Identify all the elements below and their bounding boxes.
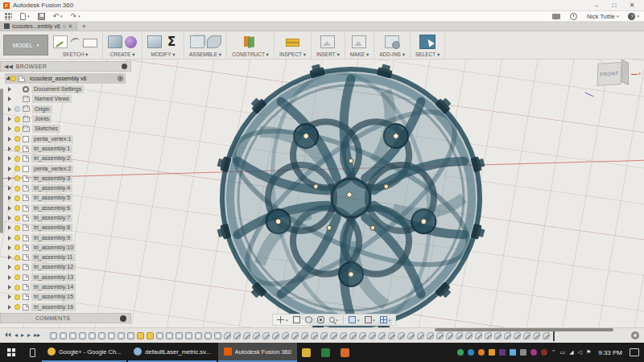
- tree-item-tri-assembly-6[interactable]: tri_assembly:6: [0, 204, 131, 213]
- visibility-bulb-icon[interactable]: [14, 156, 20, 162]
- workspace-selector[interactable]: MODEL ▾: [3, 35, 48, 56]
- timeline-joint-icon[interactable]: [330, 332, 337, 339]
- collapse-panel-icon[interactable]: ◀◀: [4, 64, 13, 70]
- tree-item-tri-assembly-9[interactable]: tri_assembly:9: [0, 232, 131, 242]
- tree-item-tri-assembly-10[interactable]: tri_assembly:10: [0, 243, 131, 253]
- timeline-joint-icon[interactable]: [456, 332, 463, 339]
- undo-button[interactable]: ↶▾: [53, 13, 63, 20]
- tab-close-icon[interactable]: ✕: [68, 23, 73, 30]
- ribbon-group-label[interactable]: CONSTRUCT ▾: [232, 51, 269, 58]
- tree-item-penta-vertex-2[interactable]: penta_vertex:2: [0, 163, 131, 173]
- expand-arrow-icon[interactable]: [8, 265, 11, 269]
- expand-arrow-icon[interactable]: [8, 137, 11, 142]
- save-button[interactable]: [38, 13, 45, 20]
- expand-arrow-icon[interactable]: [8, 285, 11, 290]
- press-pull-icon[interactable]: [147, 35, 162, 48]
- visibility-bulb-icon[interactable]: [14, 186, 20, 191]
- timeline-joint-icon[interactable]: [253, 332, 260, 339]
- timeline-component-icon[interactable]: [195, 332, 202, 339]
- timeline-component-icon[interactable]: [118, 332, 125, 339]
- timeline-joint-icon[interactable]: [359, 332, 366, 339]
- view-cube[interactable]: Front FRONT x: [586, 60, 634, 98]
- ribbon-group-label[interactable]: INSERT ▾: [316, 51, 340, 58]
- app-grid-button[interactable]: [5, 13, 12, 20]
- close-button[interactable]: ✕: [623, 2, 641, 9]
- timeline-joint-icon[interactable]: [291, 332, 299, 339]
- file-menu-button[interactable]: ▾: [20, 13, 30, 20]
- tray-app-4[interactable]: [489, 349, 495, 356]
- new-component-icon[interactable]: [190, 35, 204, 48]
- timeline-joint-icon[interactable]: [427, 332, 434, 339]
- insert-image-icon[interactable]: [320, 35, 335, 48]
- timeline-joint-icon[interactable]: [494, 332, 502, 339]
- timeline-component-icon[interactable]: [166, 332, 173, 339]
- visibility-bulb-icon[interactable]: [14, 106, 20, 112]
- fit-button[interactable]: [291, 315, 302, 325]
- timeline-joint-icon[interactable]: [398, 332, 405, 339]
- ribbon-group-label[interactable]: MODIFY ▾: [151, 51, 175, 58]
- timeline-feature-highlighted-icon[interactable]: [137, 332, 144, 339]
- maximize-button[interactable]: □: [605, 2, 623, 9]
- comments-panel-header[interactable]: COMMENTS: [0, 313, 131, 323]
- timeline-joint-icon[interactable]: [243, 332, 250, 339]
- timeline-joint-icon[interactable]: [272, 332, 279, 339]
- timeline-component-icon[interactable]: [79, 332, 86, 339]
- addins-icon[interactable]: [385, 35, 399, 48]
- timeline-position-marker[interactable]: [553, 331, 555, 341]
- skip-to-end-button[interactable]: ▸▸: [34, 330, 40, 341]
- user-menu[interactable]: Nick Tuttle▾: [587, 13, 619, 20]
- timeline-joint-icon[interactable]: [224, 332, 231, 339]
- job-status-button[interactable]: [570, 13, 577, 20]
- tree-item-sketches[interactable]: Sketches: [0, 124, 131, 134]
- expand-arrow-icon[interactable]: [8, 176, 11, 181]
- expand-arrow-icon[interactable]: [8, 186, 11, 191]
- viewport-canvas[interactable]: Front FRONT x ◀◀ BROWSER icosotest_assem…: [0, 60, 644, 327]
- expand-arrow-icon[interactable]: [8, 146, 11, 151]
- visibility-bulb-icon[interactable]: [14, 274, 20, 280]
- skip-to-start-button[interactable]: ⏴⏴: [5, 330, 11, 341]
- tree-item-tri-assembly-11[interactable]: tri_assembly:11: [0, 253, 131, 262]
- play-button[interactable]: ▸: [21, 330, 24, 341]
- visibility-bulb-icon[interactable]: [14, 126, 20, 132]
- tree-item-tri-assembly-2[interactable]: tri_assembly:2: [0, 154, 131, 163]
- icosahedron-assembly-model[interactable]: [208, 61, 494, 327]
- browser-root-component[interactable]: icosotest_assembly v6: [5, 73, 126, 84]
- new-document-button[interactable]: +: [77, 22, 90, 31]
- browser-options-icon[interactable]: [122, 64, 127, 69]
- ribbon-group-label[interactable]: SELECT ▾: [415, 51, 440, 58]
- tree-item-tri-assembly-1[interactable]: tri_assembly:1: [0, 144, 131, 154]
- expand-arrow-icon[interactable]: [8, 275, 11, 280]
- timeline-joint-icon[interactable]: [485, 332, 492, 339]
- visibility-bulb-icon[interactable]: [14, 216, 20, 221]
- tree-item-origin[interactable]: Origin: [0, 105, 131, 114]
- hidden-icons-chevron[interactable]: ⌃: [551, 349, 556, 356]
- start-button[interactable]: [0, 343, 23, 362]
- ribbon-group-label[interactable]: ADD-INS ▾: [379, 51, 405, 58]
- tree-item-joints[interactable]: Joints: [0, 114, 131, 124]
- ribbon-group-label[interactable]: CREATE ▾: [110, 51, 135, 58]
- viewcube-front-face[interactable]: FRONT: [597, 62, 622, 86]
- timeline-joint-icon[interactable]: [378, 332, 386, 339]
- sketch-icon[interactable]: [53, 35, 68, 48]
- browser-scrollbar[interactable]: [0, 88, 3, 233]
- timeline-joint-icon[interactable]: [282, 332, 289, 339]
- tree-item-tri-assembly-12[interactable]: tri_assembly:12: [0, 262, 131, 272]
- tray-app-1[interactable]: [457, 349, 464, 356]
- viewcube-side-face[interactable]: [621, 60, 629, 85]
- timeline-joint-icon[interactable]: [301, 332, 308, 339]
- visibility-bulb-icon[interactable]: [14, 235, 20, 241]
- make-icon[interactable]: [352, 35, 366, 48]
- timeline-joint-icon[interactable]: [436, 332, 444, 339]
- browser-panel-header[interactable]: ◀◀ BROWSER: [0, 61, 131, 72]
- firefox-icon[interactable]: [336, 343, 355, 362]
- task-button-google[interactable]: Google+ - Google Ch...: [42, 343, 126, 362]
- tray-app-6[interactable]: [510, 349, 516, 356]
- action-center-icon[interactable]: [630, 348, 639, 356]
- visibility-bulb-icon[interactable]: [14, 146, 20, 151]
- visibility-bulb-icon[interactable]: [14, 245, 20, 250]
- network-icon[interactable]: ◢: [569, 349, 573, 356]
- expand-arrow-icon[interactable]: [8, 87, 11, 92]
- tree-item-document-settings[interactable]: Document Settings: [0, 84, 131, 94]
- expand-arrow-icon[interactable]: [8, 167, 11, 171]
- expand-arrow-icon[interactable]: [8, 195, 11, 200]
